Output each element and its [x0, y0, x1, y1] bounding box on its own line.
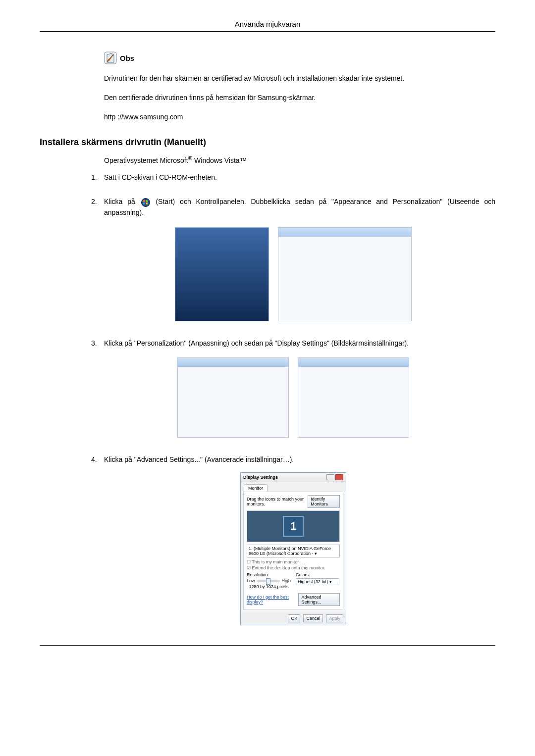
check1-label: This is my main monitor — [252, 559, 299, 564]
step-text: Klicka på "Personalization" (Anpassning)… — [104, 338, 495, 349]
step-1: 1. Sätt i CD-skivan i CD-ROM-enheten. — [91, 172, 495, 183]
svg-rect-3 — [146, 200, 148, 202]
monitor-1[interactable]: 1 — [283, 516, 304, 537]
step-4: 4. Klicka på "Advanced Settings..." (Ava… — [91, 454, 495, 625]
step-number: 3. — [91, 338, 104, 349]
figure-display-settings-list — [298, 357, 409, 438]
drag-text: Drag the icons to match your monitors. — [247, 497, 308, 506]
tabs: Monitor — [241, 482, 346, 492]
step2-figures — [91, 227, 495, 321]
ok-button[interactable]: OK — [288, 614, 300, 622]
os-prefix: Operativsystemet Microsoft — [104, 156, 188, 164]
obs-heading: Obs — [104, 51, 495, 64]
svg-rect-2 — [143, 200, 145, 202]
os-reg: ® — [188, 154, 193, 161]
section-title: Installera skärmens drivrutin (Manuellt) — [40, 137, 495, 148]
dialog-title: Display Settings — [243, 475, 278, 480]
resolution-col: Resolution: Low High 1280 by 1024 pixels — [247, 572, 291, 589]
slider-high: High — [281, 578, 291, 583]
step3-figures — [91, 357, 495, 438]
dialog-titlebar: Display Settings — [241, 473, 346, 482]
step-3: 3. Klicka på "Personalization" (Anpassni… — [91, 338, 495, 441]
step2-before: Klicka på — [104, 198, 140, 205]
step-text: Sätt i CD-skivan i CD-ROM-enheten. — [104, 172, 495, 183]
os-line: Operativsystemet Microsoft® Windows Vist… — [104, 154, 495, 164]
help-icon[interactable] — [326, 474, 334, 480]
cancel-button[interactable]: Cancel — [303, 614, 323, 622]
svg-rect-4 — [143, 202, 145, 204]
resolution-label: Resolution: — [247, 572, 291, 577]
obs-label: Obs — [120, 54, 134, 62]
step-number: 4. — [91, 454, 104, 465]
intro-para-1: Drivrutinen för den här skärmen är certi… — [104, 73, 495, 84]
help-link[interactable]: How do I get the best display? — [247, 595, 298, 605]
monitor-select[interactable]: 1. (Multiple Monitors) on NVIDIA GeForce… — [247, 545, 340, 557]
footer-rule — [40, 645, 495, 646]
monitor-preview[interactable]: 1 — [247, 510, 340, 542]
step-number: 1. — [91, 172, 104, 183]
step-text: Klicka på (Start) och Kontrollpanelen. D… — [104, 197, 495, 218]
os-suffix: Windows Vista™ — [192, 156, 246, 164]
note-icon — [104, 51, 117, 64]
colors-label: Colors: — [296, 572, 340, 577]
resolution-value: 1280 by 1024 pixels — [247, 584, 291, 589]
step-number: 2. — [91, 197, 104, 207]
resolution-slider[interactable]: Low High — [247, 578, 291, 583]
check2-label: Extend the desktop onto this monitor — [252, 565, 324, 570]
identify-monitors-button[interactable]: Identify Monitors — [308, 495, 340, 508]
svg-rect-5 — [146, 202, 148, 204]
steps-list: 1. Sätt i CD-skivan i CD-ROM-enheten. 2.… — [40, 172, 495, 625]
colors-select[interactable]: Highest (32 bit) ▾ — [296, 578, 339, 585]
page-title: Använda mjukvaran — [40, 20, 495, 32]
display-settings-dialog: Display Settings Monitor Drag the icons … — [240, 472, 346, 625]
apply-button[interactable]: Apply — [326, 614, 343, 622]
start-icon — [141, 198, 150, 207]
dialog-body: Drag the icons to match your monitors. I… — [243, 492, 343, 609]
close-icon[interactable] — [335, 474, 343, 480]
intro-para-3: http ://www.samsung.com — [104, 112, 495, 122]
figure-control-panel — [278, 227, 412, 321]
slider-low: Low — [247, 578, 255, 583]
step2-after: (Start) och Kontrollpanelen. Dubbelklick… — [104, 198, 495, 216]
step-text: Klicka på "Advanced Settings..." (Avance… — [104, 454, 495, 465]
figure-personalization — [177, 357, 289, 438]
advanced-settings-button[interactable]: Advanced Settings... — [298, 593, 340, 606]
tab-monitor[interactable]: Monitor — [244, 484, 268, 492]
check-extend-desktop[interactable]: ☑ Extend the desktop onto this monitor — [247, 565, 340, 570]
figure-start-menu — [175, 227, 269, 321]
window-controls — [326, 474, 343, 480]
page: Använda mjukvaran Obs Drivrutinen för de… — [0, 0, 535, 675]
intro-para-2: Den certifierade drivrutinen finns på he… — [104, 93, 495, 103]
dialog-footer: OK Cancel Apply — [241, 612, 346, 625]
check-main-monitor[interactable]: ☐ This is my main monitor — [247, 559, 340, 564]
colors-col: Colors: Highest (32 bit) ▾ — [296, 572, 340, 589]
step-2: 2. Klicka på (Start) och Kontrollpanelen… — [91, 197, 495, 324]
